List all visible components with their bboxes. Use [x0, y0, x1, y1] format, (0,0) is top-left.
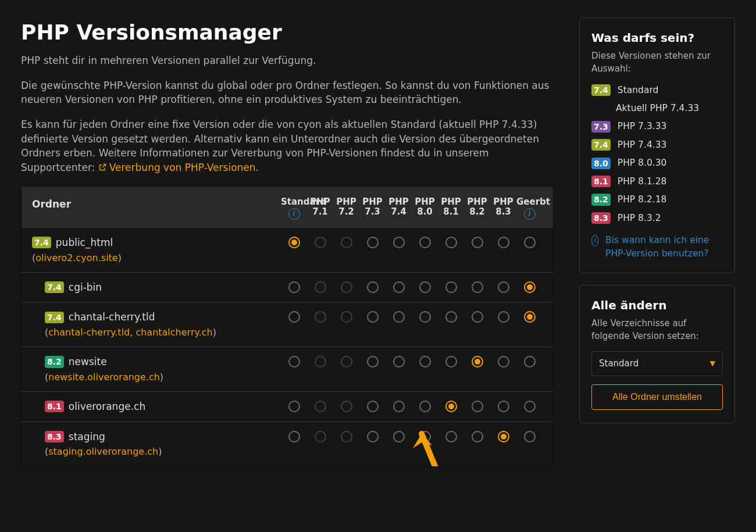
version-radio[interactable] [472, 356, 483, 367]
chevron-down-icon: ▼ [710, 359, 715, 369]
version-radio[interactable] [472, 281, 483, 293]
table-header: Ordner StandardiPHP7.1PHP7.2PHP7.3PHP7.4… [22, 187, 553, 228]
version-support-link[interactable]: Bis wann kann ich eine PHP-Version benut… [605, 234, 723, 260]
version-radio [341, 356, 352, 367]
folder-domains: (chantal-cherry.tld, chantalcherry.ch) [45, 326, 281, 339]
version-list-item: 7.4Standard [591, 84, 723, 97]
version-list-item: 8.2PHP 8.2.18 [591, 193, 723, 206]
col-header: PHP8.1 [438, 197, 464, 220]
version-radio[interactable] [498, 311, 509, 323]
info-icon[interactable]: i [288, 208, 300, 220]
version-radio [315, 237, 326, 248]
intro-p1: PHP steht dir in mehreren Versionen para… [21, 53, 554, 68]
version-list-label: Standard [618, 84, 659, 97]
version-badge: 8.2 [45, 356, 64, 367]
version-radio[interactable] [419, 281, 431, 293]
version-radio[interactable] [524, 311, 536, 323]
version-radio[interactable] [419, 431, 431, 442]
version-radio[interactable] [472, 311, 483, 323]
version-select[interactable]: Standard ▼ [591, 351, 723, 377]
versions-box-title: Was darfs sein? [591, 30, 723, 47]
folder-name: staging [69, 430, 105, 444]
version-list-label: PHP 8.0.30 [618, 156, 667, 169]
version-radio[interactable] [498, 281, 509, 293]
version-list-item: 8.1PHP 8.1.28 [591, 175, 723, 188]
version-badge: 7.4 [45, 281, 64, 293]
version-radio[interactable] [367, 356, 379, 367]
version-radio[interactable] [472, 237, 483, 248]
version-list-item: 7.3PHP 7.3.33 [591, 120, 723, 133]
folder-name: chantal-cherry.tld [69, 310, 155, 324]
change-all-subtitle: Alle Verzeichnisse auf folgende Version … [591, 317, 723, 343]
apply-all-button[interactable]: Alle Ordner umstellen [591, 384, 723, 410]
version-radio[interactable] [393, 431, 405, 442]
version-radio [341, 237, 352, 248]
col-header: PHP7.1 [307, 197, 333, 220]
version-radio[interactable] [472, 431, 483, 442]
version-radio[interactable] [393, 281, 405, 293]
version-radio[interactable] [524, 356, 536, 367]
version-radio[interactable] [393, 311, 405, 323]
col-header: Standardi [281, 197, 307, 220]
version-badge: 8.1 [591, 176, 611, 187]
col-header: PHP8.3 [490, 197, 516, 220]
version-radio[interactable] [419, 311, 431, 323]
version-radio[interactable] [498, 356, 509, 367]
version-list-item: Aktuell PHP 7.4.33 [591, 102, 723, 115]
version-badge: 8.2 [591, 194, 611, 205]
inheritance-link[interactable]: Vererbung von PHP-Versionen [98, 162, 256, 173]
version-radio[interactable] [498, 431, 509, 442]
version-badge: 7.3 [591, 121, 611, 133]
version-badge: 7.4 [591, 139, 611, 151]
version-badge: 7.4 [32, 237, 51, 248]
folder-domains: (olivero2.cyon.site) [32, 251, 281, 265]
version-radio[interactable] [524, 281, 536, 293]
version-radio[interactable] [498, 401, 509, 412]
version-radio[interactable] [445, 281, 457, 293]
info-icon[interactable]: i [524, 208, 536, 220]
folder-name: oliverorange.ch [69, 399, 145, 414]
col-header: PHP8.2 [464, 197, 490, 220]
table-row: 7.4cgi-bin [22, 272, 553, 302]
version-radio[interactable] [393, 237, 405, 248]
version-select-value: Standard [599, 358, 639, 370]
version-list-label: PHP 8.3.2 [618, 212, 661, 224]
version-radio[interactable] [445, 356, 457, 367]
version-radio[interactable] [445, 237, 457, 248]
folder-domains: (staging.oliverorange.ch) [45, 445, 281, 458]
version-radio[interactable] [419, 401, 431, 412]
version-radio[interactable] [288, 237, 300, 248]
version-radio [341, 431, 352, 442]
table-row: 8.2newsite(newsite.oliverorange.ch) [22, 347, 553, 391]
version-radio[interactable] [524, 431, 536, 442]
version-radio[interactable] [367, 281, 379, 293]
version-radio[interactable] [472, 401, 483, 412]
version-radio[interactable] [524, 401, 536, 412]
version-radio[interactable] [288, 311, 300, 323]
folder-name: cgi-bin [69, 280, 102, 295]
version-radio[interactable] [524, 237, 536, 248]
version-radio[interactable] [393, 356, 405, 367]
folder-name: public_html [56, 235, 113, 250]
table-row: 7.4public_html(olivero2.cyon.site) [22, 228, 553, 272]
version-radio[interactable] [498, 237, 509, 248]
folder-name: newsite [69, 355, 107, 369]
version-radio [315, 431, 326, 442]
version-radio[interactable] [445, 311, 457, 323]
version-radio[interactable] [393, 401, 405, 412]
version-radio[interactable] [367, 431, 379, 442]
version-radio[interactable] [419, 356, 431, 367]
version-radio[interactable] [367, 311, 379, 323]
version-radio[interactable] [445, 401, 457, 412]
version-radio[interactable] [288, 401, 300, 412]
col-header: PHP8.0 [412, 197, 438, 220]
version-list-label: PHP 7.4.33 [618, 138, 667, 151]
version-radio[interactable] [367, 401, 379, 412]
version-radio[interactable] [288, 356, 300, 367]
version-radio[interactable] [288, 281, 300, 293]
version-radio[interactable] [419, 237, 431, 248]
version-radio[interactable] [445, 431, 457, 442]
versions-box: Was darfs sein? Diese Versionen stehen z… [579, 17, 735, 273]
version-radio[interactable] [367, 237, 379, 248]
version-radio[interactable] [288, 431, 300, 442]
